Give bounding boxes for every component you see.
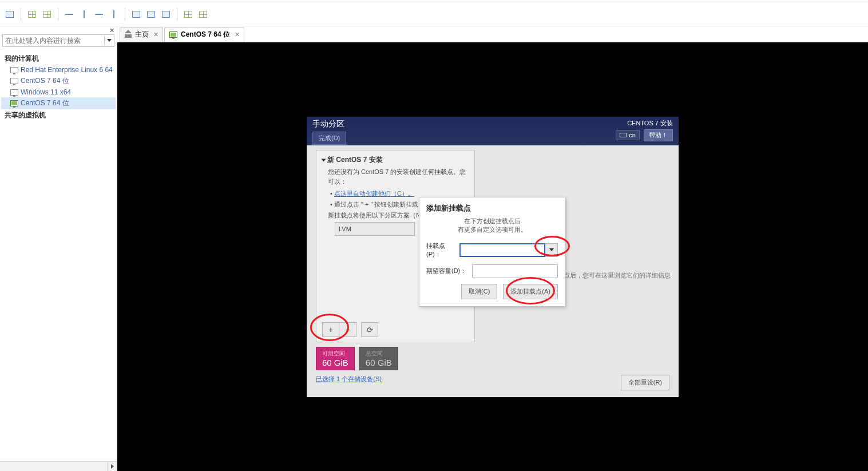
scheme-value: LVM [339,225,351,232]
tab-vm[interactable]: CentOS 7 64 位 ✕ [164,27,244,42]
dialog-title: 添加新挂载点 [426,203,558,213]
remove-mount-button[interactable]: − [339,322,356,337]
dialog-msg: 在下方创建挂载点后 有更多自定义选项可用。 [426,217,558,235]
sidebar-scroll-right[interactable] [107,462,117,471]
tree-vm-item-selected[interactable]: CentOS 7 64 位 [1,97,116,109]
monitor-icon [10,78,18,84]
toolbar-btn-12[interactable] [197,8,209,21]
capacity-input[interactable] [472,264,558,278]
vm-screen: 手动分区 完成(D) CENTOS 7 安装 cn 帮助！ [307,117,679,397]
tab-label: CentOS 7 64 位 [181,30,230,39]
toolbar-btn-new[interactable] [3,8,16,21]
sidebar: ✕ 我的计算机 Red Hat Enterprise Linux 6 64 Ce… [0,26,117,471]
toolbar-btn-9[interactable] [145,8,157,21]
detail-hint: 载点后，您可在这里浏览它们的详细信息 [557,271,671,280]
toolbar-btn-7[interactable] [108,8,120,21]
reset-all-button[interactable]: 全部重设(R) [621,375,669,390]
capacity-label: 期望容量(D)： [426,267,467,275]
tree-vm-item[interactable]: Windows 11 x64 [1,87,116,97]
total-space-box: 总空间 60 GiB [359,347,398,370]
tree-item-label: CentOS 7 64 位 [21,98,69,108]
add-mount-button[interactable]: + [322,322,339,337]
section-heading[interactable]: 新 CentOS 7 安装 [322,155,469,165]
tab-close[interactable]: ✕ [152,31,159,38]
storage-link[interactable]: 已选择 1 个存储设备(S) [316,375,382,383]
toolbar [0,2,868,26]
expand-arrow-icon [322,159,326,161]
monitor-icon [10,67,18,73]
toolbar-btn-6[interactable] [93,8,105,21]
page-title: 手动分区 [312,119,346,129]
search-input[interactable] [2,34,114,47]
tree-vm-item[interactable]: Red Hat Enterprise Linux 6 64 [1,65,116,75]
home-icon [125,32,132,38]
toolbar-btn-2[interactable] [26,8,38,21]
tree-item-label: CentOS 7 64 位 [21,76,69,86]
toolbar-btn-5[interactable] [78,8,90,21]
mount-point-dropdown[interactable] [545,243,558,257]
anaconda-body: 新 CentOS 7 安装 您还没有为 CentOS 7 的安装创建任何挂载点。… [307,145,679,397]
tab-close[interactable]: ✕ [233,31,240,38]
auto-create-link[interactable]: 点这里自动创建他们（C）。 [334,190,414,197]
keyboard-value: cn [629,132,636,138]
vm-tree: 我的计算机 Red Hat Enterprise Linux 6 64 Cent… [0,49,117,461]
monitor-on-icon [10,100,18,106]
tree-item-label: Windows 11 x64 [21,88,71,96]
add-mount-dialog: 添加新挂载点 在下方创建挂载点后 有更多自定义选项可用。 挂载点(P)： [419,197,565,307]
toolbar-btn-10[interactable] [160,8,172,21]
available-space-box: 可用空间 60 GiB [316,347,355,370]
toolbar-btn-3[interactable] [41,8,53,21]
mount-point-label: 挂载点(P)： [426,242,455,259]
mount-point-input[interactable] [459,243,545,257]
tree-vm-item[interactable]: CentOS 7 64 位 [1,75,116,87]
monitor-icon [10,89,18,96]
tabs: 主页 ✕ CentOS 7 64 位 ✕ [117,26,868,42]
tab-label: 主页 [135,30,149,39]
refresh-button[interactable]: ⟳ [361,322,378,337]
total-label: 总空间 [366,350,392,358]
toolbar-btn-8[interactable] [130,8,142,21]
tree-root-my-computer[interactable]: 我的计算机 [1,53,116,65]
anaconda-header: 手动分区 完成(D) CENTOS 7 安装 cn 帮助！ [307,117,679,145]
keyboard-icon [620,133,627,137]
sidebar-scroll [0,461,117,471]
install-label: CENTOS 7 安装 [616,119,673,128]
search-dropdown[interactable] [104,35,113,45]
tree-item-label: Red Hat Enterprise Linux 6 64 [21,66,113,74]
done-button[interactable]: 完成(D) [312,132,346,145]
tree-root-shared[interactable]: 共享的虚拟机 [1,109,116,121]
help-button[interactable]: 帮助！ [644,129,673,141]
sidebar-close[interactable]: ✕ [108,26,116,34]
toolbar-btn-4[interactable] [63,8,76,21]
vm-display[interactable]: 手动分区 完成(D) CENTOS 7 安装 cn 帮助！ [117,42,868,471]
monitor-on-icon [169,31,177,38]
add-mount-point-button[interactable]: 添加挂载点(A) [503,284,558,299]
refresh-icon: ⟳ [367,326,373,334]
avail-label: 可用空间 [322,350,348,358]
toolbar-btn-11[interactable] [182,8,195,21]
tab-home[interactable]: 主页 ✕ [120,27,163,42]
avail-value: 60 GiB [322,358,348,367]
total-value: 60 GiB [366,358,392,367]
cancel-button[interactable]: 取消(C) [461,284,497,299]
no-mount-msg: 您还没有为 CentOS 7 的安装创建任何挂载点。您可以： [328,167,469,186]
keyboard-selector[interactable]: cn [616,130,640,140]
scheme-select[interactable]: LVM [335,222,415,236]
